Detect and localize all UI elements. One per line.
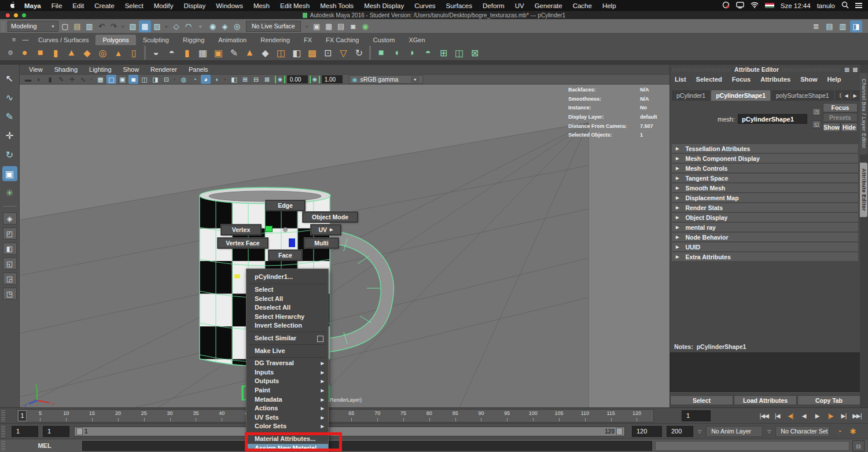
poly-sphere-icon[interactable]: ● [17,46,32,60]
menubar-item[interactable]: Curves [409,2,440,9]
separator[interactable] [144,46,146,60]
menubar-item[interactable]: Deform [477,2,510,9]
layout-persp-outliner-button[interactable]: ◧ [3,242,17,255]
menubar-item[interactable]: Create [89,2,120,9]
command-language-button[interactable]: MEL [7,442,82,449]
select-hierarchy-mode-icon[interactable]: ▧ [127,20,139,32]
launch-render-view-icon[interactable]: ◉ [359,20,372,32]
shelf-tab[interactable]: Polygons [95,35,135,45]
layout-uv-persp-button[interactable]: ◳ [3,288,17,300]
render-settings-icon[interactable]: ◙ [347,20,359,32]
presets-button[interactable]: Presets [823,113,858,122]
snap-to-point-icon[interactable]: ◦ [194,20,207,32]
context-menu-item[interactable] [249,332,326,332]
toolbar-grip[interactable] [1,21,5,31]
uv-distortion-icon[interactable]: ⊞ [436,46,451,60]
attribute-editor-bottom-button[interactable]: Select [670,395,733,405]
attribute-section[interactable]: ▶ UUID [672,242,858,251]
attribute-section[interactable]: ▶ mental ray [672,223,858,231]
panel-drag-texture[interactable] [782,68,841,72]
context-menu-item[interactable]: Paint ▶ [247,386,328,395]
go-to-end-button[interactable]: ▶▶| [851,410,863,422]
poly-cylinder-icon[interactable]: ▮ [49,46,63,60]
snap-to-curve-icon[interactable]: ◠ [182,20,194,32]
select-component-mode-icon[interactable]: ▨ [151,20,163,32]
poly-torus-icon[interactable]: ◎ [95,46,110,60]
node-tab[interactable]: pCylinderShape1 [711,90,770,101]
rotate-tool-icon[interactable]: ↻ [2,147,17,162]
shaded-icon[interactable]: ▢ [106,75,116,84]
animation-preferences-icon[interactable]: ✱ [848,427,858,436]
attribute-editor-menu-item[interactable]: Show [800,76,817,83]
paint-select-tool-icon[interactable]: ✎ [2,109,17,124]
show-sort-icon[interactable]: ≣ [810,20,822,32]
screen-record-icon[interactable] [722,1,730,10]
select-tool-icon[interactable]: ↖ [2,71,17,86]
open-scene-icon[interactable]: ▤ [71,20,83,32]
new-scene-icon[interactable]: ▢ [59,20,71,32]
context-menu-item[interactable]: UV Sets ▶ [247,413,328,422]
marking-menu-item-uv[interactable]: UV▶ [311,225,341,235]
breakout-tab-icon[interactable]: ◱ [812,120,821,128]
context-menu-item[interactable]: Select All [247,295,328,304]
context-menu-item[interactable]: Actions ▶ [247,404,328,413]
menubar-item[interactable]: Display [179,2,211,9]
menubar-item[interactable]: Edit Mesh [275,2,315,9]
context-menu-item[interactable]: Invert Selection [247,321,328,330]
separator[interactable]: ▸ [89,75,94,84]
menubar-clock[interactable]: Sze 12:44 [781,2,811,9]
marking-menu-item-face[interactable]: Face [269,250,302,260]
shelf-tab[interactable]: Curves / Surfaces [31,35,95,45]
poly-plane-icon[interactable]: ◆ [80,46,94,60]
menubar-item[interactable]: Generate [529,2,568,9]
marking-menu-item-vertex[interactable]: Vertex [221,225,261,235]
render-current-frame-icon[interactable]: ▦ [323,20,335,32]
close-panel-icon[interactable]: ⊠ [853,67,858,73]
gate-mask-icon[interactable]: ⊠ [262,75,272,84]
poly-pipe-icon[interactable]: ▯ [127,46,141,60]
shelf-tab[interactable]: FX Caching [319,35,366,45]
menubar-item[interactable]: UV [510,2,529,9]
last-tool-icon[interactable]: ✳ [2,185,17,200]
tab-scroll-right-icon[interactable]: ▶ [851,91,859,100]
menubar-item[interactable]: Cache [568,2,597,9]
time-slider[interactable]: 1 5 10 15 20 [16,409,654,422]
animation-end-field[interactable]: 200 [667,426,693,437]
notes-textarea[interactable] [670,352,860,392]
sculpt-tool-icon[interactable]: ■ [374,46,388,60]
camera-bookmark-icon[interactable]: ▮ [45,75,55,84]
tool-settings-toggle-icon[interactable]: ▥ [837,20,849,32]
menubar-item[interactable]: Surfaces [441,2,477,9]
context-menu-item[interactable]: Select [247,285,328,295]
character-set-select[interactable]: No Character Set [775,426,830,437]
lock-camera-icon[interactable]: ◐ [34,75,44,84]
go-to-start-button[interactable]: |◀◀ [757,410,770,422]
uv-editor-icon[interactable]: ◫ [452,46,466,60]
context-menu-item[interactable]: Select Similar [247,334,328,343]
menubar-item[interactable]: Maya [19,2,46,9]
contrast-icon[interactable]: ◉ [310,76,320,83]
layout-four-pane-button[interactable]: ◰ [3,227,17,240]
command-input[interactable] [82,441,652,451]
shelf-collapse-icon[interactable]: — [20,36,31,43]
use-all-lights-icon[interactable]: ◫ [139,75,149,84]
step-back-frame-button[interactable]: |◀ [771,410,784,422]
attribute-editor-toggle-icon[interactable]: ◨ [850,20,862,32]
chevron-down-icon[interactable]: ▽ [767,429,771,434]
reduce-icon[interactable]: ▽ [336,46,351,60]
attribute-editor-menu-item[interactable]: Focus [732,76,751,83]
resolution-gate-icon[interactable]: ⊟ [251,75,261,84]
anim-layer-select[interactable]: No Anim Layer [706,426,763,437]
separate-icon[interactable]: ◓ [164,46,179,60]
lasso-tool-icon[interactable]: ∿ [2,90,17,105]
panel-menu-item[interactable]: Panels [189,66,208,73]
shelf-tab[interactable]: Animation [211,35,253,45]
context-menu-item[interactable] [249,284,326,284]
context-menu-item[interactable]: Make Live [247,347,328,356]
play-backwards-button[interactable]: ◀ [797,410,810,422]
range-start-handle[interactable] [76,428,83,435]
shelf-tab[interactable]: Sculpting [136,35,176,45]
display-mirroring-icon[interactable] [736,2,744,10]
step-back-key-button[interactable]: ◀| [784,410,797,422]
context-menu-item[interactable]: Metadata ▶ [247,395,328,405]
